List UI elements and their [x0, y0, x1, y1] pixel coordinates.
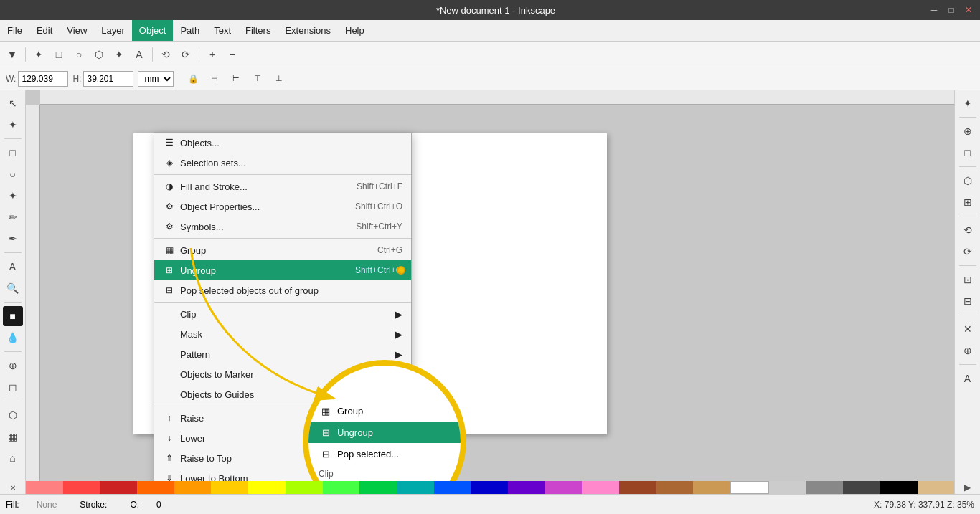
rt-redo[interactable]: ⟳ [958, 242, 978, 262]
rt-resize[interactable]: ⊕ [958, 341, 978, 361]
align-left-button[interactable]: ⊣ [205, 70, 224, 88]
menu-view[interactable]: View [60, 20, 94, 41]
menu-path[interactable]: Path [173, 20, 207, 41]
swatch-green[interactable] [323, 481, 360, 494]
w-input[interactable] [18, 71, 68, 87]
swatch-camel[interactable] [693, 481, 730, 494]
fill-tool[interactable]: ■ [3, 306, 23, 326]
ungroup-shortcut: Shift+Ctrl+G [355, 265, 402, 275]
menu-filters[interactable]: Filters [238, 20, 278, 41]
select-tool[interactable]: ↖ [3, 93, 23, 113]
swatch-light-gray[interactable] [769, 481, 806, 494]
tool-node[interactable]: ✦ [29, 45, 48, 64]
zoom-in-button[interactable]: + [203, 45, 222, 64]
menu-help[interactable]: Help [338, 20, 372, 41]
menu-pop-selected[interactable]: ⊟Pop selected objects out of group [154, 280, 411, 300]
rt-btn3[interactable]: ⬡ [958, 171, 978, 191]
swatch-teal[interactable] [397, 481, 434, 494]
connector-tool[interactable]: ⌂ [3, 448, 23, 468]
swatch-brown[interactable] [619, 481, 656, 494]
swatch-orange[interactable] [137, 481, 174, 494]
swatch-red[interactable] [63, 481, 100, 494]
swatch-dark-gray[interactable] [843, 481, 880, 494]
menu-mask[interactable]: Mask ▶ [154, 324, 411, 344]
zoom-out-button[interactable]: − [223, 45, 242, 64]
circle-tool[interactable]: ○ [3, 164, 23, 184]
swatch-dark-green[interactable] [359, 481, 397, 494]
3d-box-tool[interactable]: ⬡ [3, 405, 23, 425]
spray-tool[interactable]: ⊕ [3, 356, 23, 376]
menu-edit[interactable]: Edit [29, 20, 60, 41]
star-tool[interactable]: ✦ [3, 186, 23, 206]
lock-proportions-button[interactable]: 🔒 [184, 70, 202, 88]
menu-selection-sets[interactable]: ◈Selection sets... [154, 153, 411, 173]
swatch-blue[interactable] [434, 481, 471, 494]
rt-paste[interactable]: ⊟ [958, 291, 978, 311]
align-top-button[interactable]: ⊤ [248, 70, 267, 88]
maximize-button[interactable]: □ [946, 4, 957, 16]
pencil-tool[interactable]: ✏ [3, 207, 23, 227]
rt-copy[interactable]: ⊡ [958, 270, 978, 290]
menu-extensions[interactable]: Extensions [278, 20, 338, 41]
swatch-pink[interactable] [545, 481, 583, 494]
swatch-gold[interactable] [918, 481, 955, 494]
redo-button[interactable]: ⟳ [176, 45, 195, 64]
swatch-light-pink[interactable] [582, 481, 619, 494]
zoom-tool[interactable]: 🔍 [3, 278, 23, 298]
swatch-purple[interactable] [508, 481, 545, 494]
swatch-tan[interactable] [656, 481, 694, 494]
menu-fill-stroke[interactable]: ◑Fill and Stroke... Shift+Ctrl+F [154, 176, 411, 196]
scroll-right-swatches[interactable]: ▶ [954, 481, 980, 494]
unit-select[interactable]: mmpxpt [138, 71, 174, 87]
menu-objects[interactable]: ☰Objects... [154, 133, 411, 153]
canvas-area[interactable]: Lifewire ☰Objects... ◈Selection sets... … [26, 90, 954, 481]
swatch-yellow[interactable] [211, 481, 248, 494]
snap-button[interactable]: ✦ [958, 93, 978, 113]
tool-star[interactable]: ✦ [110, 45, 128, 64]
swatch-bright-yellow[interactable] [248, 481, 286, 494]
swatch-black[interactable] [880, 481, 918, 494]
swatch-white[interactable] [730, 481, 769, 494]
menu-ungroup[interactable]: ⊞Ungroup Shift+Ctrl+G [154, 260, 411, 280]
swatch-dark-blue[interactable] [471, 481, 508, 494]
rt-btn4[interactable]: ⊞ [958, 192, 978, 212]
swatch-gray[interactable] [806, 481, 843, 494]
rt-delete[interactable]: ✕ [958, 319, 978, 339]
text-tool[interactable]: A [3, 257, 23, 277]
tool-3d[interactable]: ⬡ [90, 45, 108, 64]
h-input[interactable] [83, 71, 133, 87]
tool-selector[interactable]: ▼ [3, 45, 22, 64]
menu-text[interactable]: Text [207, 20, 238, 41]
pen-tool[interactable]: ✒ [3, 229, 23, 249]
rect-tool[interactable]: □ [3, 143, 23, 163]
snap-nodes[interactable]: ⊕ [958, 121, 978, 141]
swatch-yellow-orange[interactable] [174, 481, 212, 494]
tool-circle[interactable]: ○ [70, 45, 88, 64]
node-tool[interactable]: ✦ [3, 115, 23, 135]
swatch-yellow-green[interactable] [286, 481, 323, 494]
tool-rect[interactable]: □ [50, 45, 68, 64]
menu-group[interactable]: ▦Group Ctrl+G [154, 240, 411, 260]
rt-text[interactable]: A [958, 368, 978, 389]
gradient-tool[interactable]: ▦ [3, 427, 23, 447]
minimize-button[interactable]: ─ [928, 4, 940, 16]
undo-button[interactable]: ⟲ [156, 45, 175, 64]
menu-pattern[interactable]: Pattern ▶ [154, 344, 411, 364]
menu-object[interactable]: Object [132, 20, 174, 41]
menu-layer[interactable]: Layer [94, 20, 132, 41]
swatch-red-light[interactable] [26, 481, 63, 494]
menu-clip[interactable]: Clip ▶ [154, 304, 411, 324]
snap-bbox[interactable]: □ [958, 143, 978, 163]
color-none[interactable]: ✕ [0, 481, 26, 494]
menu-symbols[interactable]: ⚙Symbols... Shift+Ctrl+Y [154, 216, 411, 237]
rt-undo[interactable]: ⟲ [958, 220, 978, 240]
align-bottom-button[interactable]: ⊥ [270, 70, 288, 88]
tool-text[interactable]: A [130, 45, 149, 64]
close-button[interactable]: ✕ [963, 4, 974, 16]
swatch-dark-red[interactable] [100, 481, 137, 494]
menu-object-properties[interactable]: ⚙Object Properties... Shift+Ctrl+O [154, 196, 411, 216]
align-right-button[interactable]: ⊢ [227, 70, 245, 88]
eye-dropper-tool[interactable]: 💧 [3, 328, 23, 348]
eraser-tool[interactable]: ◻ [3, 377, 23, 397]
menu-file[interactable]: File [0, 20, 29, 41]
